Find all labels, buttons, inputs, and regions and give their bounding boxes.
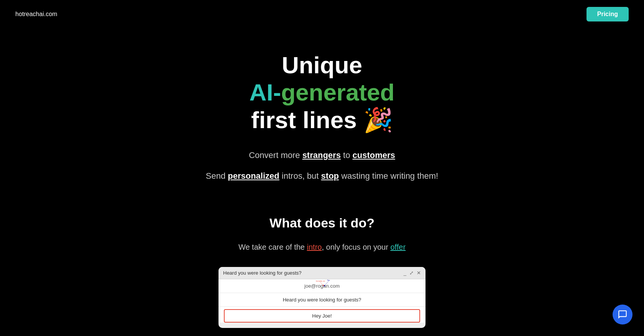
subtitle1-middle: to (341, 150, 353, 160)
demo-maximize: ⤢ (409, 270, 414, 276)
logo: hotreachai.com (15, 11, 57, 18)
svg-text:hotreachai.com: hotreachai.com (316, 280, 325, 282)
hero-title: Unique AI-generated first lines 🎉 (250, 51, 395, 133)
subtitle1-customers: customers (352, 150, 395, 160)
chat-icon (618, 310, 628, 320)
subtitle2-before: Send (206, 171, 228, 181)
demo-subject-row: Heard you were looking for guests? (219, 293, 426, 307)
subtitle1-strangers: strangers (302, 150, 341, 160)
demo-email-row: joe@rogan.com hotreachai.com You (219, 279, 426, 293)
what-subtitle-middle: , only focus on your (322, 243, 390, 251)
demo-titlebar-text: Heard you were looking for guests? (223, 270, 302, 276)
demo-email: joe@rogan.com (304, 283, 340, 289)
intro-link[interactable]: intro (307, 243, 322, 251)
demo-subject-text: Heard you were looking for guests? (283, 297, 361, 303)
chat-bubble[interactable] (613, 305, 632, 324)
hero-title-line2: AI-generated (250, 79, 395, 106)
what-title: What does it do? (269, 216, 375, 231)
subtitle2-middle: intros, but (279, 171, 321, 181)
hero-ai-text: AI- (250, 79, 281, 105)
svg-text:You: You (327, 279, 330, 281)
offer-link[interactable]: offer (390, 243, 406, 251)
what-subtitle: We take care of the intro, only focus on… (238, 243, 406, 252)
pricing-button[interactable]: Pricing (586, 7, 629, 21)
hero-subtitle1: Convert more strangers to customers (249, 150, 395, 160)
hero-subtitle2: Send personalized intros, but stop wasti… (206, 171, 438, 181)
subtitle2-after: wasting time writing them! (339, 171, 438, 181)
demo-body: joe@rogan.com hotreachai.com You (219, 279, 426, 323)
demo-input-box: Hey Joe! (224, 309, 420, 323)
hero-generated-text: generated (281, 79, 394, 105)
header: hotreachai.com Pricing (0, 0, 644, 28)
demo-titlebar: Heard you were looking for guests? _ ⤢ ✕ (219, 267, 426, 279)
demo-titlebar-controls: _ ⤢ ✕ (404, 270, 421, 276)
what-section: What does it do? We take care of the int… (0, 196, 644, 336)
subtitle2-stop: stop (321, 171, 339, 181)
hero-title-line3: first lines 🎉 (250, 106, 395, 133)
demo-input-text: Hey Joe! (312, 313, 332, 319)
demo-minimize: _ (404, 270, 406, 276)
demo-close: ✕ (417, 270, 421, 276)
hero-title-line1: Unique (250, 51, 395, 79)
what-subtitle-before: We take care of the (238, 243, 307, 251)
subtitle1-before: Convert more (249, 150, 302, 160)
hero-section: Unique AI-generated first lines 🎉 Conver… (0, 28, 644, 196)
demo-box: Heard you were looking for guests? _ ⤢ ✕… (219, 267, 426, 328)
subtitle2-personalized: personalized (228, 171, 279, 181)
